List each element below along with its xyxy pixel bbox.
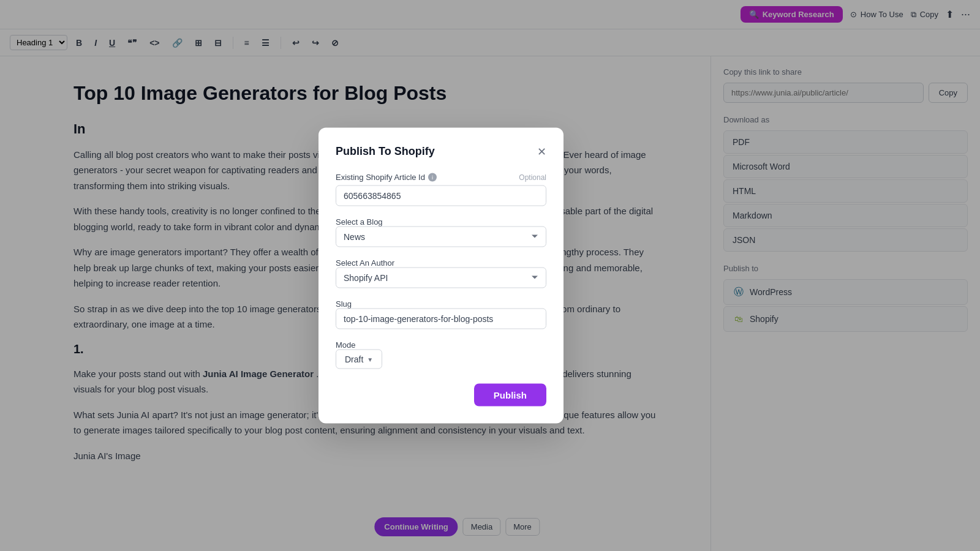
modal-footer: Publish	[336, 384, 546, 407]
slug-group: Slug	[336, 299, 546, 329]
article-id-group: Existing Shopify Article Id i Optional	[336, 173, 546, 206]
modal-title: Publish To Shopify	[336, 145, 435, 158]
modal-header: Publish To Shopify ✕	[336, 145, 546, 158]
publish-button[interactable]: Publish	[474, 384, 546, 407]
select-blog-group: Select a Blog News	[336, 217, 546, 247]
slug-input[interactable]	[336, 309, 546, 329]
article-id-label-row: Existing Shopify Article Id i Optional	[336, 173, 546, 182]
mode-group: Mode Draft ▼	[336, 340, 546, 369]
slug-label: Slug	[336, 299, 546, 309]
select-blog-dropdown[interactable]: News	[336, 227, 546, 247]
select-author-group: Select An Author Shopify API	[336, 258, 546, 288]
article-id-input[interactable]	[336, 186, 546, 206]
select-blog-label: Select a Blog	[336, 217, 546, 227]
modal-close-button[interactable]: ✕	[537, 146, 546, 157]
info-icon[interactable]: i	[428, 173, 437, 181]
mode-dropdown-button[interactable]: Draft ▼	[336, 350, 382, 369]
optional-label: Optional	[519, 173, 546, 181]
select-author-dropdown[interactable]: Shopify API	[336, 268, 546, 288]
mode-label: Mode	[336, 340, 546, 350]
article-id-label: Existing Shopify Article Id i	[336, 173, 437, 182]
chevron-down-icon: ▼	[367, 356, 373, 362]
publish-shopify-modal: Publish To Shopify ✕ Existing Shopify Ar…	[318, 128, 564, 424]
select-author-label: Select An Author	[336, 258, 546, 268]
